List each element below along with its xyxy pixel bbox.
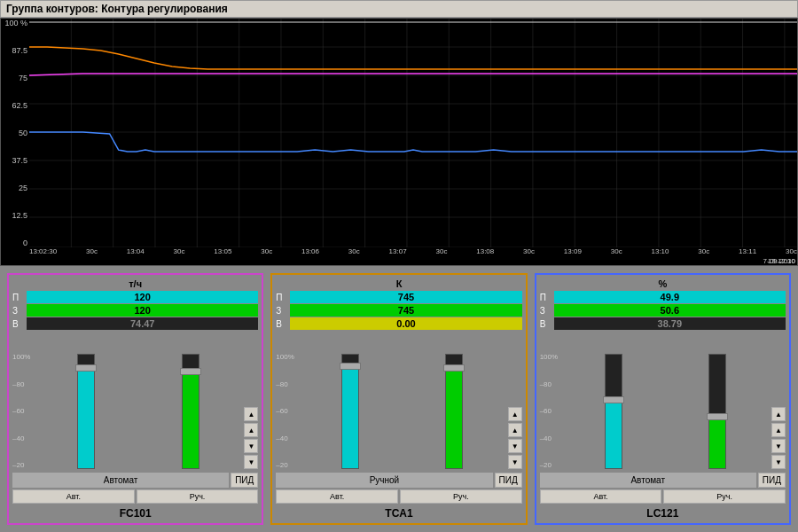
fc101-mode-auto[interactable]: Автомат xyxy=(12,473,229,488)
tca1-scale: 100% –80 –60 –40 –20 xyxy=(276,354,293,469)
lc121-unit: % xyxy=(540,278,786,289)
fc101-up1[interactable]: ▲ xyxy=(244,407,258,421)
fc101-label-v: В xyxy=(12,319,25,329)
fc101-mode-bar: Автомат ПИД xyxy=(12,473,258,488)
tca1-fader1[interactable] xyxy=(341,354,359,469)
tca1-up2[interactable]: ▲ xyxy=(508,423,522,437)
tca1-up1[interactable]: ▲ xyxy=(508,407,522,421)
tca1-label-p: П xyxy=(276,293,288,302)
panel-tca1: К П 745 З 745 В 0.00 100% –80 xyxy=(270,273,527,525)
fc101-down1[interactable]: ▼ xyxy=(244,439,258,453)
lc121-fader1[interactable] xyxy=(605,354,622,469)
tca1-pid-btn[interactable]: ПИД xyxy=(495,473,522,488)
tca1-value-z: З 745 xyxy=(276,304,521,317)
fc101-values: П 120 З 120 В 74.47 xyxy=(12,291,258,330)
lc121-value-p: П 49.9 xyxy=(540,291,786,303)
fc101-fader1[interactable] xyxy=(77,354,95,469)
fc101-value-p-box: 120 xyxy=(27,291,258,303)
x-label-3: 30с xyxy=(174,247,185,255)
lc121-value-z: З 50.6 xyxy=(540,304,786,317)
fc101-arrows: ▲ ▲ ▼ ▼ xyxy=(244,407,258,469)
y-label-1: 87.5 xyxy=(3,46,27,55)
y-axis: 100 % 87.5 75 62.5 50 37.5 25 12.5 0 xyxy=(1,19,29,247)
lc121-mode-auto[interactable]: Автомат xyxy=(540,473,756,488)
lc121-label-z: З xyxy=(540,306,552,316)
x-label-7: 30с xyxy=(348,247,360,255)
tca1-arrows: ▲ ▲ ▼ ▼ xyxy=(508,407,522,469)
tca1-value-v: В 0.00 xyxy=(276,317,521,330)
y-label-8: 0 xyxy=(3,239,27,247)
trace-orange xyxy=(29,47,797,69)
x-label-5: 30с xyxy=(261,247,272,255)
x-label-11: 30с xyxy=(523,247,535,255)
x-label-16: 13:11 xyxy=(739,247,756,255)
fc101-label-z: З xyxy=(12,306,25,316)
lc121-scale: 100% –80 –60 –40 –20 xyxy=(540,354,558,469)
fc101-up2[interactable]: ▲ xyxy=(244,423,258,437)
tca1-fader2-thumb xyxy=(443,364,465,372)
controls-area: т/ч П 120 З 120 В 74.47 100% –80 xyxy=(0,266,798,532)
fc101-fader1-fill xyxy=(78,368,94,468)
trace-magenta xyxy=(29,74,797,75)
tca1-unit: К xyxy=(276,278,521,289)
lc121-arrows: ▲ ▲ ▼ ▼ xyxy=(771,407,786,469)
chart-area: 100 % 87.5 75 62.5 50 37.5 25 12.5 0 xyxy=(0,18,798,266)
x-label-4: 13:05 xyxy=(214,247,231,255)
lc121-fader2-fill xyxy=(709,417,725,468)
x-axis: 13:02:30 30с 13:04 30с 13:05 30с 13:06 3… xyxy=(29,247,797,265)
y-label-2: 75 xyxy=(3,74,27,82)
lc121-down2[interactable]: ▼ xyxy=(771,455,786,469)
fc101-sub-btns: Авт. Руч. xyxy=(12,489,258,504)
y-label-4: 50 xyxy=(3,129,27,137)
tca1-value-p: П 745 xyxy=(276,291,521,303)
lc121-up2[interactable]: ▲ xyxy=(771,423,786,437)
lc121-fader1-fill xyxy=(606,400,622,468)
tca1-mode-manual[interactable]: Ручной xyxy=(276,473,492,488)
fc101-unit: т/ч xyxy=(12,278,258,289)
fc101-down2[interactable]: ▼ xyxy=(244,455,258,469)
tca1-fader2[interactable] xyxy=(445,354,463,469)
lc121-name: LC121 xyxy=(540,507,786,520)
fc101-btn-ruch[interactable]: Руч. xyxy=(137,489,259,504)
fc101-value-v: В 74.47 xyxy=(12,317,258,330)
fc101-fader1-wrapper xyxy=(35,354,136,469)
fc101-btn-avt[interactable]: Авт. xyxy=(12,489,135,504)
trace-blue xyxy=(29,132,797,152)
lc121-sub-btns: Авт. Руч. xyxy=(540,489,786,504)
tca1-faders: 100% –80 –60 –40 –20 xyxy=(276,333,521,469)
fc101-fader2-thumb xyxy=(180,368,201,375)
lc121-fader1-thumb xyxy=(603,396,624,403)
fc101-faders: 100% –80 –60 –40 –20 xyxy=(12,333,258,469)
lc121-fader1-wrapper xyxy=(563,354,663,469)
tca1-name: TCA1 xyxy=(276,507,521,520)
y-label-7: 12.5 xyxy=(3,211,27,220)
tca1-value-p-box: 745 xyxy=(290,291,521,303)
tca1-down2[interactable]: ▼ xyxy=(508,455,522,469)
fc101-name: FC101 xyxy=(12,507,258,520)
x-label-14: 13:10 xyxy=(651,247,669,255)
chart-date: 7-09-2010 xyxy=(763,257,795,265)
fc101-pid-btn[interactable]: ПИД xyxy=(231,473,258,488)
y-label-3: 62.5 xyxy=(3,101,27,110)
lc121-fader2[interactable] xyxy=(708,354,726,469)
lc121-down1[interactable]: ▼ xyxy=(771,439,786,453)
x-label-13: 30с xyxy=(611,247,622,255)
lc121-btn-avt[interactable]: Авт. xyxy=(540,489,662,504)
y-label-6: 25 xyxy=(3,184,27,192)
fc101-fader2[interactable] xyxy=(182,354,200,469)
tca1-fader2-wrapper xyxy=(403,354,504,469)
x-label-12: 13:09 xyxy=(564,247,582,255)
lc121-btn-ruch[interactable]: Руч. xyxy=(663,489,786,504)
x-label-1: 30с xyxy=(86,247,98,255)
fc101-label-p: П xyxy=(12,293,25,302)
tca1-btn-avt[interactable]: Авт. xyxy=(276,489,398,504)
fc101-fader1-thumb xyxy=(75,364,97,372)
lc121-up1[interactable]: ▲ xyxy=(771,407,786,421)
lc121-value-v-box: 38.79 xyxy=(554,317,786,330)
tca1-btn-ruch[interactable]: Руч. xyxy=(400,489,522,504)
lc121-value-v: В 38.79 xyxy=(540,317,786,330)
lc121-pid-btn[interactable]: ПИД xyxy=(758,473,786,488)
lc121-fader2-thumb xyxy=(707,413,728,420)
tca1-down1[interactable]: ▼ xyxy=(508,439,522,453)
x-label-8: 13:07 xyxy=(389,247,407,255)
